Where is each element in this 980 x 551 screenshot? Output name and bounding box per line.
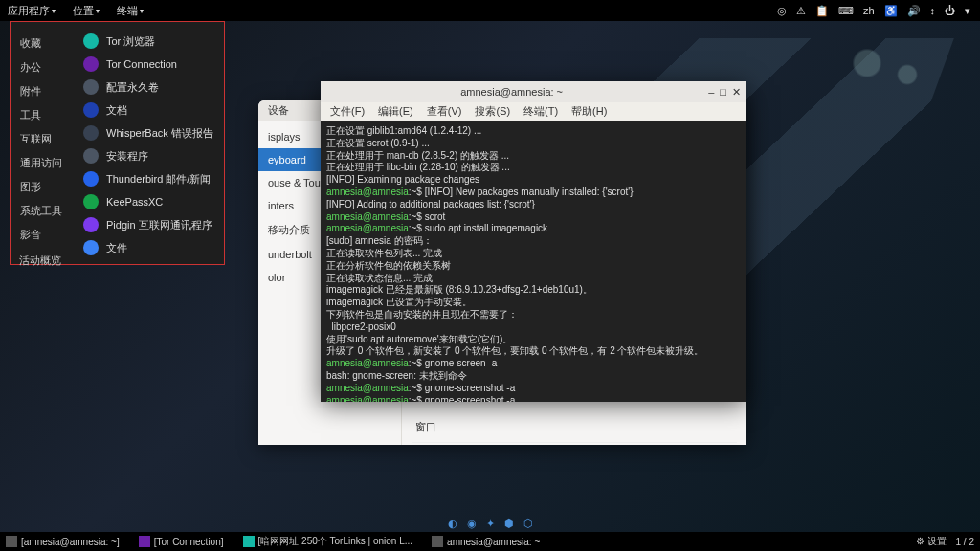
tray-warning-icon[interactable]: ⚠ bbox=[796, 5, 806, 17]
settings-row[interactable]: 关闭窗口Alt+F4 bbox=[412, 443, 737, 445]
tor-icon bbox=[139, 536, 150, 547]
tray-volume-icon[interactable]: 🔊 bbox=[907, 5, 921, 17]
dock-icon[interactable]: ◉ bbox=[467, 518, 477, 530]
tray-keyboard-icon[interactable]: ⌨ bbox=[838, 5, 854, 17]
taskbar-item[interactable]: amnesia@amnesia: ~ bbox=[432, 536, 540, 547]
taskbar-item[interactable]: [暗网网址 250个 TorLinks | onion L... bbox=[243, 535, 413, 548]
app-label: WhisperBack 错误报告 bbox=[106, 126, 213, 141]
app-category[interactable]: 系统工具 bbox=[11, 199, 74, 223]
app-category[interactable]: 附件 bbox=[11, 79, 74, 103]
app-icon bbox=[83, 33, 99, 49]
terminal-menu-item[interactable]: 查看(V) bbox=[427, 104, 462, 119]
app-item[interactable]: 配置永久卷 bbox=[74, 76, 224, 99]
app-label: Thunderbird 邮件/新闻 bbox=[106, 172, 211, 187]
app-icon bbox=[83, 240, 99, 255]
dock-icon[interactable]: ⬢ bbox=[504, 518, 514, 530]
terminal-menu-item[interactable]: 文件(F) bbox=[330, 104, 365, 119]
tray-network-icon[interactable]: ↕ bbox=[930, 5, 936, 16]
app-label: 安装程序 bbox=[106, 149, 148, 164]
app-category[interactable]: 影音 bbox=[11, 223, 74, 247]
bottom-taskbar: [amnesia@amnesia: ~] [Tor Connection] [暗… bbox=[0, 532, 980, 551]
bottom-dock: ◐ ◉ ✦ ⬢ ⬡ bbox=[448, 518, 533, 530]
app-item[interactable]: Thunderbird 邮件/新闻 bbox=[74, 167, 224, 190]
app-icon bbox=[83, 56, 99, 72]
terminal-window: amnesia@amnesia: ~ – □ ✕ 文件(F)编辑(E)查看(V)… bbox=[321, 81, 746, 402]
app-item[interactable]: 安装程序 bbox=[74, 144, 224, 167]
app-item[interactable]: 文件 bbox=[74, 236, 224, 259]
dock-icon[interactable]: ◐ bbox=[448, 518, 457, 530]
app-item[interactable]: Pidgin 互联网通讯程序 bbox=[74, 213, 224, 236]
app-category[interactable]: 图形 bbox=[11, 175, 74, 199]
terminal-menu-item[interactable]: 终端(T) bbox=[523, 104, 558, 119]
app-item[interactable]: WhisperBack 错误报告 bbox=[74, 121, 224, 144]
chevron-down-icon: ▾ bbox=[52, 7, 56, 15]
dock-icon[interactable]: ✦ bbox=[486, 518, 495, 530]
app-icon bbox=[83, 171, 99, 187]
menu-terminal[interactable]: 终端 ▾ bbox=[117, 4, 144, 18]
settings-row[interactable]: 窗口 bbox=[412, 412, 737, 443]
taskbar-item[interactable]: [Tor Connection] bbox=[139, 536, 224, 547]
app-item[interactable]: KeePassXC bbox=[74, 190, 224, 213]
terminal-menu-item[interactable]: 搜索(S) bbox=[475, 104, 510, 119]
terminal-titlebar[interactable]: amnesia@amnesia: ~ – □ ✕ bbox=[321, 81, 746, 102]
app-label: Tor 浏览器 bbox=[106, 34, 155, 49]
app-icon bbox=[83, 148, 99, 164]
app-label: 文档 bbox=[106, 103, 127, 118]
app-icon bbox=[83, 102, 99, 118]
app-icon bbox=[83, 79, 99, 95]
tray-menu-icon[interactable]: ▾ bbox=[965, 5, 970, 17]
menu-applications[interactable]: 应用程序 ▾ bbox=[8, 4, 56, 18]
app-label: 文件 bbox=[106, 241, 127, 255]
app-item-list: Tor 浏览器Tor Connection配置永久卷文档WhisperBack … bbox=[74, 22, 224, 264]
chevron-down-icon: ▾ bbox=[96, 7, 100, 15]
tray-power-icon[interactable]: ⏻ bbox=[945, 5, 955, 16]
terminal-menubar: 文件(F)编辑(E)查看(V)搜索(S)终端(T)帮助(H) bbox=[321, 102, 746, 121]
app-item[interactable]: Tor Connection bbox=[74, 53, 224, 76]
app-category[interactable]: 收藏 bbox=[11, 32, 74, 55]
app-item[interactable]: 文档 bbox=[74, 99, 224, 121]
window-close-icon[interactable]: ✕ bbox=[732, 86, 741, 99]
app-label: KeePassXC bbox=[106, 196, 163, 208]
app-icon bbox=[83, 217, 99, 232]
terminal-menu-item[interactable]: 帮助(H) bbox=[571, 104, 607, 119]
applications-menu: 收藏办公附件工具互联网通用访问图形系统工具影音 Tor 浏览器Tor Conne… bbox=[10, 21, 225, 265]
activities-overview[interactable]: 活动概览 bbox=[19, 253, 61, 268]
window-maximize-icon[interactable]: □ bbox=[720, 86, 726, 99]
app-label: Pidgin 互联网通讯程序 bbox=[106, 218, 212, 232]
app-category[interactable]: 办公 bbox=[11, 55, 74, 79]
terminal-content[interactable]: 正在设置 giblib1:amd64 (1.2.4-12) ...正在设置 sc… bbox=[321, 121, 746, 402]
menu-places[interactable]: 位置 ▾ bbox=[73, 4, 100, 18]
terminal-icon bbox=[432, 536, 443, 547]
app-item[interactable]: Tor 浏览器 bbox=[74, 30, 224, 53]
window-minimize-icon[interactable]: – bbox=[708, 86, 714, 99]
app-label: Tor Connection bbox=[106, 58, 177, 70]
app-category[interactable]: 互联网 bbox=[11, 127, 74, 151]
tray-tor-icon[interactable]: ◎ bbox=[777, 5, 787, 17]
terminal-icon bbox=[6, 536, 17, 547]
app-icon bbox=[83, 125, 99, 141]
app-category[interactable]: 工具 bbox=[11, 103, 74, 127]
tray-accessibility-icon[interactable]: ♿ bbox=[884, 5, 898, 17]
browser-icon bbox=[243, 536, 255, 547]
tray-language[interactable]: zh bbox=[863, 5, 875, 16]
app-category[interactable]: 通用访问 bbox=[11, 151, 74, 175]
app-icon bbox=[83, 194, 99, 209]
top-bar: 应用程序 ▾ 位置 ▾ 终端 ▾ ◎ ⚠ 📋 ⌨ zh ♿ 🔊 ↕ ⏻ ▾ bbox=[0, 0, 980, 21]
terminal-menu-item[interactable]: 编辑(E) bbox=[378, 104, 413, 119]
chevron-down-icon: ▾ bbox=[140, 7, 144, 15]
settings-shortcut[interactable]: ⚙ 设置 bbox=[916, 535, 947, 548]
workspace-indicator[interactable]: 1 / 2 bbox=[956, 537, 974, 547]
app-label: 配置永久卷 bbox=[106, 80, 159, 95]
dock-icon[interactable]: ⬡ bbox=[523, 518, 533, 530]
app-category-list: 收藏办公附件工具互联网通用访问图形系统工具影音 bbox=[11, 22, 74, 264]
tray-clipboard-icon[interactable]: 📋 bbox=[815, 5, 829, 17]
taskbar-item[interactable]: [amnesia@amnesia: ~] bbox=[6, 536, 120, 547]
